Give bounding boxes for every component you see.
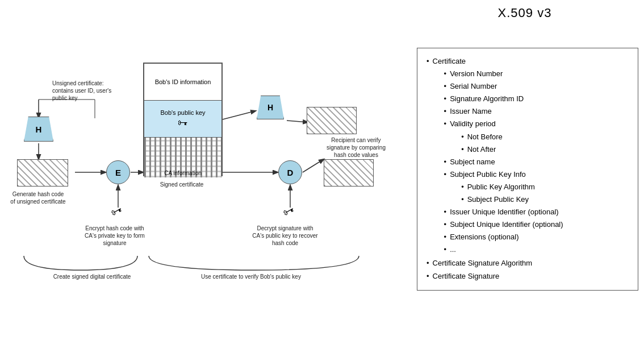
bullet: • (426, 55, 429, 68)
d-circle: D (278, 160, 302, 184)
h-left-shape: H (24, 117, 53, 142)
public-key-icon: 🗝 (283, 205, 294, 218)
hash-label: Generate hash code of unsigned certifica… (10, 190, 66, 205)
not-after-label: Not After (467, 143, 496, 156)
recipient-verify-label: Recipient can verify signature by compar… (322, 136, 390, 159)
signed-cert-label: Signed certificate (148, 181, 216, 188)
cert-top: Bob's ID information (144, 64, 221, 101)
subject-key-info-sub-list: • Public Key Algorithm • Subject Public … (461, 181, 535, 206)
d-label: D (287, 168, 294, 177)
encrypt-label: Encrypt hash code with CA's private key … (81, 225, 149, 247)
info-list: • Certificate • Version Number • Serial … (426, 55, 629, 283)
bullet: • (461, 193, 464, 206)
e-label: E (115, 168, 121, 177)
svg-line-3 (223, 111, 256, 119)
list-item-sig-alg: • Signature Algorithm ID (444, 93, 563, 105)
list-item-subject-name: • Subject name (444, 156, 563, 168)
private-key-icon: 🗝 (111, 205, 122, 218)
bullet: • (426, 257, 429, 270)
bullet: • (461, 181, 464, 193)
list-item-cert-sig: • Certificate Signature (426, 270, 629, 283)
bullet: • (444, 231, 447, 243)
list-item-subject-key-info: • Subject Public Key Info • Public Key A… (444, 168, 563, 206)
list-item-issuer: • Issuer Name (444, 105, 563, 118)
key-in-cert-icon: 🗝 (178, 117, 188, 129)
unsigned-cert-label: Unsigned certificate: contains user ID, … (52, 80, 115, 102)
bullet: • (426, 270, 429, 283)
bullet: • (461, 143, 464, 156)
subject-key-info-label: Subject Public Key Info (450, 170, 526, 179)
e-circle: E (106, 160, 130, 184)
list-item-version: • Version Number (444, 68, 563, 80)
hash-output-rect-bottom-right (324, 159, 374, 187)
ca-info-label: CA information (144, 170, 221, 176)
list-item-issuer-uid: • Issuer Unique Identifier (optional) (444, 206, 563, 218)
bullet: • (444, 218, 447, 231)
list-item-cert-sig-alg: • Certificate Signature Algorithm (426, 257, 629, 270)
bullet: • (444, 243, 447, 256)
validity-label: Validity period (450, 119, 496, 128)
issuer-label: Issuer Name (450, 105, 492, 118)
subject-uid-label: Subject Unique Identifier (optional) (450, 218, 563, 231)
list-item-serial: • Serial Number (444, 80, 563, 93)
cert-middle-label: Bob's public key (160, 109, 205, 116)
cert-bottom: CA information (144, 138, 221, 177)
hash-output-rect (17, 159, 68, 187)
bullet: • (444, 156, 447, 168)
h-right-shape: H (257, 96, 284, 119)
svg-line-4 (287, 121, 308, 122)
diagram-area: H Generate hash code of unsigned certifi… (7, 11, 410, 307)
bullet: • (444, 206, 447, 218)
sig-alg-label: Signature Algorithm ID (450, 93, 524, 105)
ellipsis-label: ... (450, 243, 456, 256)
bullet: • (444, 80, 447, 93)
svg-line-6 (303, 159, 324, 172)
extensions-label: Extensions (optional) (450, 231, 518, 243)
main-container: H Generate hash code of unsigned certifi… (0, 0, 644, 348)
validity-sub-list: • Not Before • Not After (461, 131, 503, 156)
serial-label: Serial Number (450, 80, 497, 93)
list-item-not-before: • Not Before (461, 131, 503, 143)
diagram-side: H Generate hash code of unsigned certifi… (6, 6, 411, 342)
h-right-box: H (257, 96, 288, 123)
list-item-validity: • Validity period • Not Before (444, 118, 563, 155)
bullet: • (444, 118, 447, 130)
bullet: • (444, 105, 447, 118)
not-before-label: Not Before (467, 131, 503, 143)
list-item-not-after: • Not After (461, 143, 503, 156)
subject-name-label: Subject name (450, 156, 495, 168)
cert-middle: Bob's public key 🗝 (144, 101, 221, 138)
list-item-ellipsis: • ... (444, 243, 563, 256)
version-label: Version Number (450, 68, 503, 80)
cert-top-label: Bob's ID information (155, 78, 211, 85)
page-title: X.509 v3 (498, 6, 552, 20)
h-left-label: H (36, 125, 42, 134)
issuer-uid-label: Issuer Unique Identifier (optional) (450, 206, 559, 218)
bullet: • (444, 168, 447, 181)
subject-public-key-label: Subject Public Key (467, 193, 529, 206)
h-left-box: H (24, 117, 58, 146)
list-item-subject-uid: • Subject Unique Identifier (optional) (444, 218, 563, 231)
bullet: • (461, 131, 464, 143)
hash-output-rect-top-right (307, 107, 357, 134)
bullet: • (444, 68, 447, 80)
h-right-label: H (267, 103, 273, 112)
list-item-extensions: • Extensions (optional) (444, 231, 563, 243)
certificate-sub-list: • Version Number • Serial Number • Signa… (444, 68, 563, 256)
bullet: • (444, 93, 447, 105)
use-cert-label: Use certificate to verify Bob's public k… (194, 273, 308, 280)
cert-card: Bob's ID information Bob's public key 🗝 … (143, 63, 223, 176)
decrypt-label: Decrypt signature with CA's public key t… (251, 225, 319, 247)
cert-sig-alg-label: Certificate Signature Algorithm (433, 257, 533, 270)
cert-sig-label: Certificate Signature (433, 270, 500, 283)
public-key-alg-label: Public Key Algorithm (467, 181, 535, 193)
list-item-public-key-alg: • Public Key Algorithm (461, 181, 535, 193)
create-signed-label: Create signed digital certificate (35, 273, 149, 280)
list-item-subject-public-key: • Subject Public Key (461, 193, 535, 206)
certificate-label: Certificate (433, 57, 466, 65)
list-item-certificate: • Certificate • Version Number • Serial … (426, 55, 629, 256)
info-panel: • Certificate • Version Number • Serial … (417, 48, 638, 291)
